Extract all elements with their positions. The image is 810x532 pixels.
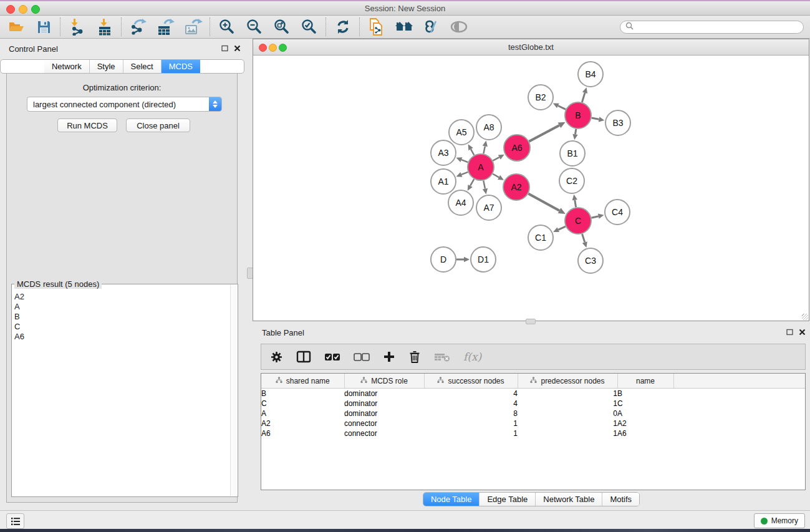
float-table-panel-icon[interactable]	[786, 327, 793, 338]
cell-name[interactable]: A6	[617, 428, 673, 438]
node-C[interactable]: C	[565, 208, 591, 234]
edge-A-A3[interactable]	[461, 160, 468, 162]
cell-mcds_role[interactable]: connector	[344, 418, 424, 428]
refresh-layout-icon[interactable]	[333, 17, 353, 36]
cell-shared_name[interactable]: B	[261, 389, 344, 399]
node-D1[interactable]: D1	[471, 247, 496, 272]
node-B[interactable]: B	[565, 102, 591, 128]
node-A5[interactable]: A5	[449, 120, 474, 145]
edge-C-C3[interactable]	[582, 234, 585, 242]
edge-A6-B[interactable]	[529, 125, 559, 142]
edge-C-C1[interactable]	[558, 226, 566, 230]
delete-columns-icon[interactable]	[408, 348, 421, 365]
node-C3[interactable]: C3	[578, 248, 603, 273]
edge-A-A5[interactable]	[471, 149, 474, 155]
edge-A2-C[interactable]	[528, 194, 559, 211]
tab-mcds[interactable]: MCDS	[161, 60, 200, 73]
node-A7[interactable]: A7	[476, 195, 501, 220]
search-input[interactable]	[637, 22, 798, 32]
edge-B-B2[interactable]	[558, 105, 566, 109]
zoom-in-icon[interactable]	[217, 17, 237, 36]
table-row-c[interactable]: Cdominator41C	[261, 399, 806, 409]
cell-successor[interactable]: 4	[424, 399, 518, 409]
table-row-a6[interactable]: A6connector11A6	[261, 428, 806, 438]
edge-C-C2[interactable]	[575, 200, 576, 208]
help-icon[interactable]	[422, 17, 441, 36]
cell-successor[interactable]: 1	[424, 418, 518, 428]
cell-successor[interactable]: 4	[424, 389, 518, 399]
save-session-icon[interactable]	[34, 17, 54, 36]
import-network-icon[interactable]	[67, 17, 87, 36]
node-D[interactable]: D	[431, 247, 456, 272]
mcds-result-scrollbar[interactable]	[230, 285, 237, 496]
column-header-shared-name[interactable]: shared name	[261, 374, 344, 389]
cell-name[interactable]: A2	[617, 418, 673, 428]
edge-A-A4[interactable]	[470, 179, 474, 186]
cell-mcds_role[interactable]: dominator	[344, 399, 424, 409]
memory-button[interactable]: Memory	[754, 513, 805, 528]
unselect-all-icon[interactable]	[354, 348, 370, 365]
close-panel-button[interactable]: Close panel	[126, 118, 190, 132]
cell-predecessor[interactable]: 1	[518, 389, 617, 399]
table-row-b[interactable]: Bdominator41B	[261, 389, 806, 399]
column-header-name[interactable]: name	[617, 374, 673, 389]
node-A8[interactable]: A8	[476, 115, 501, 140]
cell-name[interactable]: B	[617, 389, 673, 399]
network-window-titlebar[interactable]: testGlobe.txt	[253, 39, 809, 56]
zoom-selected-icon[interactable]	[299, 17, 319, 36]
cell-predecessor[interactable]: 1	[518, 428, 617, 438]
column-header-predecessor-nodes[interactable]: predecessor nodes	[518, 374, 617, 389]
tab-edge-table[interactable]: Edge Table	[479, 493, 535, 506]
node-A1[interactable]: A1	[431, 169, 456, 194]
open-session-icon[interactable]	[6, 17, 26, 36]
run-mcds-button[interactable]: Run MCDS	[57, 118, 117, 132]
cell-mcds_role[interactable]: dominator	[344, 389, 424, 399]
edge-A-A2[interactable]	[493, 174, 499, 178]
node-B3[interactable]: B3	[605, 110, 630, 135]
cell-shared_name[interactable]: A6	[261, 428, 344, 438]
node-C1[interactable]: C1	[528, 225, 553, 250]
tab-network-table[interactable]: Network Table	[535, 493, 602, 506]
node-C4[interactable]: C4	[605, 200, 630, 225]
edge-A-A8[interactable]	[483, 146, 485, 153]
tab-motifs[interactable]: Motifs	[602, 493, 639, 506]
cell-predecessor[interactable]: 1	[518, 418, 617, 428]
node-B2[interactable]: B2	[528, 85, 553, 110]
cell-mcds_role[interactable]: dominator	[344, 409, 424, 418]
cell-predecessor[interactable]: 0	[518, 409, 617, 418]
close-table-panel-icon[interactable]	[799, 327, 806, 338]
cell-mcds_role[interactable]: connector	[344, 428, 424, 438]
optimization-criterion-select[interactable]: largest connected component (directed)	[27, 97, 222, 112]
tab-network[interactable]: Network	[44, 60, 89, 73]
node-A6[interactable]: A6	[504, 135, 530, 161]
node-A2[interactable]: A2	[503, 174, 529, 200]
delete-table-icon[interactable]	[434, 348, 450, 365]
column-header-mcds-role[interactable]: MCDS role	[344, 374, 424, 389]
task-history-button[interactable]	[6, 513, 24, 529]
zoom-out-icon[interactable]	[244, 17, 264, 36]
horizontal-divider-grip[interactable]	[526, 319, 536, 324]
edge-A-A7[interactable]	[483, 181, 485, 189]
mcds-result-item[interactable]: B	[14, 312, 230, 322]
cell-predecessor[interactable]: 1	[518, 399, 617, 409]
column-header-successor-nodes[interactable]: successor nodes	[424, 374, 518, 389]
network-canvas[interactable]: B4B2BB3A8A5A6A3B1AA1C2A2A4A7C4CC1C3DD1	[253, 55, 809, 321]
copy-current-view-icon[interactable]	[367, 17, 387, 36]
cell-shared_name[interactable]: C	[261, 399, 344, 409]
tab-style[interactable]: Style	[89, 60, 123, 73]
mcds-result-item[interactable]: C	[14, 322, 230, 332]
edge-A-A1[interactable]	[461, 172, 468, 175]
tab-select[interactable]: Select	[123, 60, 161, 73]
cell-name[interactable]: A	[617, 409, 673, 418]
node-B1[interactable]: B1	[560, 141, 585, 166]
mcds-result-item[interactable]: A	[14, 302, 230, 312]
mcds-result-item[interactable]: A2	[14, 292, 230, 302]
cell-shared_name[interactable]: A2	[261, 418, 344, 428]
node-A3[interactable]: A3	[431, 140, 456, 165]
export-table-icon[interactable]	[156, 17, 176, 36]
show-columns-icon[interactable]	[296, 348, 311, 365]
import-table-icon[interactable]	[95, 17, 115, 36]
home-icon[interactable]	[394, 17, 414, 36]
add-column-icon[interactable]	[383, 348, 395, 365]
node-A4[interactable]: A4	[448, 190, 473, 215]
